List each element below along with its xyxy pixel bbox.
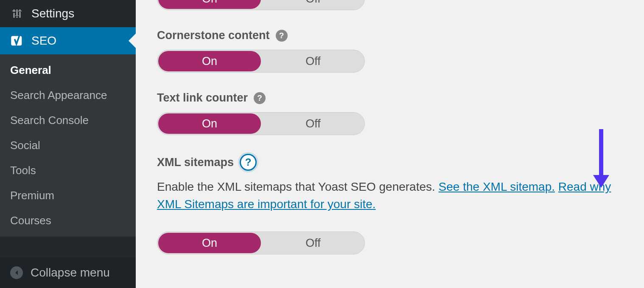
xml-description: Enable the XML sitemaps that Yoast SEO g… [157,178,619,213]
section-xml-sitemaps: XML sitemaps ? Enable the XML sitemaps t… [157,154,623,254]
toggle-on[interactable]: On [158,0,261,9]
toggle-cornerstone[interactable]: On Off [157,50,365,73]
submenu-item-premium[interactable]: Premium [0,183,136,208]
toggle-off[interactable]: Off [262,113,364,135]
admin-sidebar: Settings SEO General Search Appearance S… [0,0,136,288]
sidebar-item-label: Settings [31,7,74,20]
sidebar-item-settings[interactable]: Settings [0,0,136,27]
submenu-item-tools[interactable]: Tools [0,158,136,183]
toggle-textlink[interactable]: On Off [157,112,365,135]
toggle-on[interactable]: On [158,233,261,253]
submenu-item-courses[interactable]: Courses [0,208,136,233]
toggle-off[interactable]: Off [262,232,364,254]
section-header: Cornerstone content ? [157,29,623,42]
help-icon[interactable]: ? [240,154,257,171]
see-xml-sitemap-link[interactable]: See the XML sitemap. [439,180,555,193]
collapse-menu-button[interactable]: Collapse menu [0,257,136,288]
yoast-icon [10,34,24,48]
section-title: XML sitemaps [157,156,234,169]
annotation-arrow [599,129,603,176]
section-title: Text link counter [157,91,248,104]
section-cornerstone: Cornerstone content ? On Off [157,29,623,73]
submenu-item-general[interactable]: General [0,58,136,83]
toggle-off[interactable]: Off [262,50,364,72]
section-header: Text link counter ? [157,91,623,104]
sidebar-item-seo[interactable]: SEO [0,27,136,54]
submenu-item-social[interactable]: Social [0,133,136,158]
submenu-item-search-appearance[interactable]: Search Appearance [0,83,136,108]
help-icon[interactable]: ? [276,30,288,42]
main-content: On Off Cornerstone content ? On Off Text… [136,0,644,288]
collapse-label: Collapse menu [31,266,110,280]
toggle-on[interactable]: On [158,113,261,134]
sidebar-item-label: SEO [31,34,56,48]
submenu-item-search-console[interactable]: Search Console [0,108,136,133]
toggle-off[interactable]: Off [262,0,364,10]
section-title: Cornerstone content [157,29,270,42]
section-header: XML sitemaps ? [157,154,623,171]
toggle-top[interactable]: On Off [157,0,365,10]
help-icon[interactable]: ? [254,92,266,104]
toggle-on[interactable]: On [158,51,261,71]
collapse-icon [10,266,23,279]
section-textlink: Text link counter ? On Off [157,91,623,135]
desc-text: Enable the XML sitemaps that Yoast SEO g… [157,180,439,193]
toggle-xml[interactable]: On Off [157,232,365,254]
seo-submenu: General Search Appearance Search Console… [0,54,136,237]
settings-icon [10,7,24,20]
section-top-toggle: On Off [157,0,623,10]
